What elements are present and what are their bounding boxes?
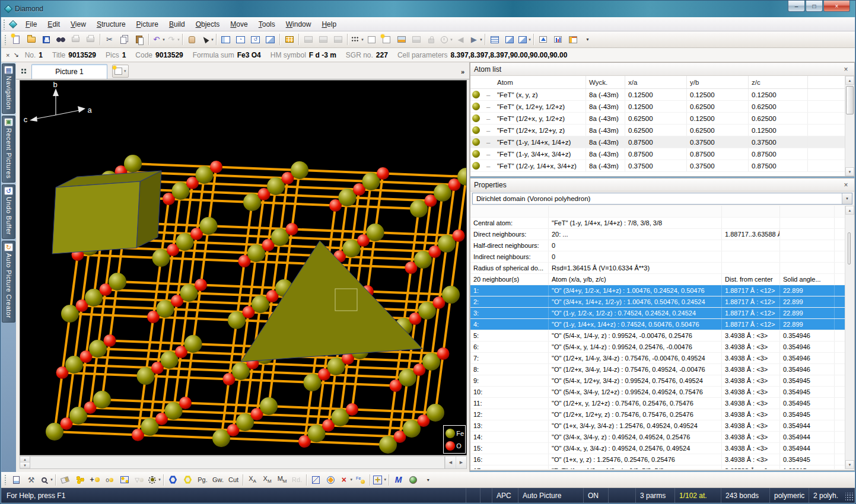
- minimize-button[interactable]: –: [788, 1, 805, 12]
- atom-row[interactable]: –"FeT" (1/2+x, y, 1/2+z)8a (-43m)0.62500…: [470, 113, 854, 125]
- tab-overflow-chevron[interactable]: »: [461, 68, 464, 75]
- coordination-sphere-button[interactable]: ▾: [147, 473, 161, 486]
- scroll-left-button[interactable]: ◀: [445, 457, 456, 468]
- property-row[interactable]: Direct neighbours:20: ...1.88717..3.6358…: [470, 229, 854, 240]
- layout-report-button[interactable]: [488, 33, 501, 46]
- atom-row[interactable]: –"FeT" (1/2-y, 1/4+x, 3/4+z)8a (-43m)0.3…: [470, 160, 854, 172]
- atom-row[interactable]: –"FeT" (1/2+x, 1/2+y, z)8a (-43m)0.62500…: [470, 125, 854, 136]
- pan-mode-button[interactable]: [185, 33, 199, 46]
- toolbar-overflow-button[interactable]: ▾: [421, 473, 435, 486]
- atom-list-close-icon[interactable]: ×: [841, 65, 851, 74]
- cut-button[interactable]: ✂: [103, 33, 116, 46]
- tile-view-dropdown-icon[interactable]: ▾: [361, 37, 364, 42]
- cut-range-button[interactable]: Cut: [227, 473, 240, 486]
- close-button[interactable]: ×: [823, 1, 850, 12]
- navigation-pane-button[interactable]: [219, 33, 233, 46]
- sidebar-tab-navigation[interactable]: ▦Navigation: [2, 63, 15, 114]
- polyhedron-outline-button[interactable]: [166, 473, 180, 486]
- export-picture-button[interactable]: ▶▾: [469, 33, 482, 46]
- picture-history-dropdown-icon[interactable]: ▾: [450, 37, 453, 42]
- scroll-thumb[interactable]: [848, 232, 851, 264]
- layout-split2-dropdown-icon[interactable]: ▾: [529, 37, 531, 42]
- neighbour-row[interactable]: 4:"O" (1-y, 1/4+x, 1/4+z) : 0.74524, 0.5…: [470, 319, 854, 330]
- data-sheet-button[interactable]: [282, 33, 296, 46]
- diagram-button[interactable]: [536, 33, 550, 46]
- atom-row[interactable]: –"FeT" (1-y, 1/4+x, 1/4+z)8a (-43m)0.875…: [470, 136, 854, 148]
- layout-split2-button[interactable]: ▾: [517, 33, 531, 46]
- neighbour-row[interactable]: 13:"O" (1+x, 3/4-y, 3/4-z) : 1.25476, 0.…: [470, 420, 854, 432]
- move-molecule-button[interactable]: ✛▾: [373, 473, 386, 486]
- tile-view-button[interactable]: ▾: [350, 33, 364, 46]
- neighbour-row[interactable]: 14:"O" (3/4-x, 3/4-y, z) : 0.49524, 0.49…: [470, 432, 854, 443]
- new-picture-button[interactable]: [380, 33, 393, 46]
- powder-pattern-button[interactable]: [551, 33, 565, 46]
- cell-edges-button[interactable]: [309, 473, 323, 486]
- fill-cell-button[interactable]: [117, 473, 131, 486]
- atom-designation-button[interactable]: Fe: [354, 473, 367, 486]
- spin-down-button[interactable]: ▼: [20, 462, 30, 468]
- spin-up-button[interactable]: ▲: [20, 457, 30, 462]
- neighbour-row[interactable]: 17:"FeT" (1+x, 1/2+y, 1/2+z) : 9/8, 5/8,…: [470, 465, 854, 469]
- find-button[interactable]: [54, 33, 68, 46]
- menu-help[interactable]: Help: [316, 18, 342, 30]
- neighbour-row[interactable]: 2:"O" (3/4+x, 1/4+z, 1/2-y) : 1.00476, 0…: [470, 296, 854, 308]
- sidebar-tab-recent-pictures[interactable]: ▣Recent Pictures: [2, 116, 15, 183]
- blank-picture-button[interactable]: [365, 33, 378, 46]
- sidebar-tab-undo-buffer[interactable]: ↺Undo Buffer: [2, 184, 15, 239]
- delete-button[interactable]: ×▾: [339, 473, 352, 486]
- sidebar-tab-auto-picture-creator[interactable]: ↻Auto Picture Creator: [2, 241, 15, 323]
- properties-scrollbar[interactable]: ▲ ▼: [845, 206, 854, 469]
- property-row[interactable]: Half-direct neighbours:0: [470, 240, 854, 251]
- select-mode-button[interactable]: ▾: [200, 33, 214, 46]
- toolbar-overflow-button[interactable]: ▾: [581, 33, 594, 46]
- property-row[interactable]: Central atom:"FeT" (1-y, 1/4+x, 1/4+z) :…: [470, 218, 854, 229]
- scroll-up-arrow[interactable]: ▲: [845, 76, 854, 85]
- menu-move[interactable]: Move: [225, 18, 253, 30]
- tab-picture-1[interactable]: Picture 1: [31, 64, 107, 79]
- scroll-up-arrow[interactable]: ▲: [845, 206, 854, 215]
- undo-dropdown-icon[interactable]: ▾: [163, 37, 165, 42]
- picture-pane-button[interactable]: [263, 33, 277, 46]
- tile-pictures-icon[interactable]: [18, 66, 29, 76]
- neighbour-row[interactable]: 1:"O" (3/4+y, 1/2-x, 1/4+z) : 1.00476, 0…: [470, 285, 854, 296]
- move-molecule-dropdown-icon[interactable]: ▾: [384, 477, 386, 482]
- menu-edit[interactable]: Edit: [42, 18, 65, 30]
- title-bar[interactable]: Diamond – □ ×: [1, 1, 855, 17]
- neighbour-row[interactable]: 11:"O" (1/2+x, y, 1/2+z) : 0.75476, 0.25…: [470, 398, 854, 409]
- undo-button[interactable]: ↶▾: [151, 33, 165, 46]
- xm-coordinates-button[interactable]: XM: [260, 473, 274, 486]
- neighbour-row[interactable]: 5:"O" (5/4-x, 1/4-y, z) : 0.99524, -0.00…: [470, 330, 854, 342]
- add-all-atoms-button[interactable]: [73, 473, 87, 486]
- new-document-button[interactable]: [9, 33, 23, 46]
- packing-button[interactable]: Pg.: [196, 473, 209, 486]
- save-button[interactable]: [39, 33, 53, 46]
- menu-picture[interactable]: Picture: [131, 18, 164, 30]
- measure-button[interactable]: M: [392, 473, 405, 486]
- jump-structure-icon[interactable]: ↘: [13, 51, 18, 59]
- neighbour-row[interactable]: 9:"O" (5/4-x, 1/2+y, 3/4-z) : 0.99524, 0…: [470, 375, 854, 387]
- neighbour-row[interactable]: 3:"O" (1-y, 1/2-x, 1/2-z) : 0.74524, 0.2…: [470, 308, 854, 319]
- neighbour-row[interactable]: 8:"O" (1/2+x, 3/4-y, 1/4-z) : 0.75476, 0…: [470, 364, 854, 375]
- rendering-button[interactable]: [406, 473, 420, 486]
- menu-window[interactable]: Window: [281, 18, 317, 30]
- maximize-button[interactable]: □: [806, 1, 823, 12]
- scroll-right-button[interactable]: ▶: [456, 457, 466, 468]
- neighbour-row[interactable]: 7:"O" (1/2+x, 1/4-y, 3/4-z) : 0.75476, -…: [470, 353, 854, 364]
- picture-browser-button[interactable]: ▾: [39, 473, 53, 486]
- neighbour-row[interactable]: 10:"O" (5/4-x, 3/4-y, 1/2+z) : 0.99524, …: [470, 387, 854, 398]
- select-mode-dropdown-icon[interactable]: ▾: [211, 37, 214, 42]
- paste-button[interactable]: [132, 33, 146, 46]
- neighbour-row[interactable]: 6:"O" (5/4-x, y, 1/4-z) : 0.99524, 0.254…: [470, 342, 854, 353]
- property-row[interactable]: Radius of spherical do...Rsd=1.36415 Å (…: [470, 263, 854, 274]
- structure-wizard-button[interactable]: ⚒: [24, 473, 38, 486]
- neighbour-row[interactable]: 16:"O" (1+x, y, z) : 1.25476, 0.25476, 0…: [470, 454, 854, 465]
- distances-table-button[interactable]: [566, 33, 580, 46]
- delete-dropdown-icon[interactable]: ▾: [350, 477, 352, 482]
- scroll-thumb[interactable]: [846, 86, 854, 114]
- properties-close-icon[interactable]: ×: [841, 181, 851, 189]
- redo-dropdown-icon[interactable]: ▾: [177, 37, 180, 42]
- picture-browser-dropdown-icon[interactable]: ▾: [50, 477, 53, 482]
- menu-view[interactable]: View: [65, 18, 91, 30]
- open-button[interactable]: [24, 33, 38, 46]
- property-type-select[interactable]: Dirichlet domain (Voronoi polyhedron) ▾: [472, 193, 852, 205]
